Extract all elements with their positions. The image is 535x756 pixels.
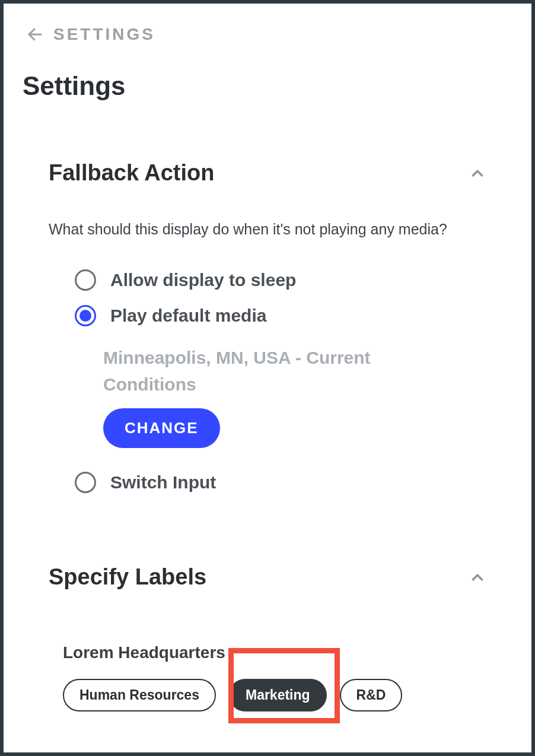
radio-label: Allow display to sleep	[110, 270, 296, 290]
labels-chips: Human Resources Marketing R&D	[63, 679, 486, 711]
page-title: Settings	[23, 71, 515, 101]
radio-label: Play default media	[110, 306, 266, 326]
chip-marketing[interactable]: Marketing	[229, 679, 327, 711]
fallback-action-section: Fallback Action What should this display…	[20, 160, 515, 493]
radio-switch-input[interactable]: Switch Input	[75, 472, 486, 493]
breadcrumb: SETTINGS	[26, 25, 515, 44]
radio-icon-selected	[75, 305, 96, 326]
radio-inner-dot	[79, 310, 91, 322]
radio-play-default-media[interactable]: Play default media	[75, 305, 486, 326]
radio-icon	[75, 269, 96, 291]
labels-block: Lorem Headquarters Human Resources Marke…	[49, 643, 486, 711]
chevron-up-icon	[469, 568, 486, 586]
change-button[interactable]: CHANGE	[103, 408, 220, 448]
chip-rnd[interactable]: R&D	[340, 679, 403, 711]
chevron-up-icon	[469, 164, 486, 182]
specify-labels-section: Specify Labels Lorem Headquarters Human …	[20, 564, 515, 711]
settings-page: SETTINGS Settings Fallback Action What s…	[0, 0, 535, 756]
fallback-action-title: Fallback Action	[49, 160, 214, 186]
labels-group-name: Lorem Headquarters	[63, 643, 486, 662]
specify-labels-title: Specify Labels	[49, 564, 206, 590]
default-media-detail: Minneapolis, MN, USA - Current Condition…	[103, 344, 435, 448]
breadcrumb-label[interactable]: SETTINGS	[53, 25, 155, 44]
radio-label: Switch Input	[110, 472, 216, 493]
fallback-action-header[interactable]: Fallback Action	[49, 160, 486, 186]
fallback-radio-group: Allow display to sleep Play default medi…	[49, 269, 486, 493]
back-arrow-icon[interactable]	[26, 26, 44, 43]
specify-labels-header[interactable]: Specify Labels	[49, 564, 486, 590]
radio-icon	[75, 472, 96, 493]
radio-allow-sleep[interactable]: Allow display to sleep	[75, 269, 486, 291]
chip-human-resources[interactable]: Human Resources	[63, 679, 216, 711]
default-media-name: Minneapolis, MN, USA - Current Condition…	[103, 344, 435, 398]
fallback-action-description: What should this display do when it's no…	[49, 219, 486, 240]
